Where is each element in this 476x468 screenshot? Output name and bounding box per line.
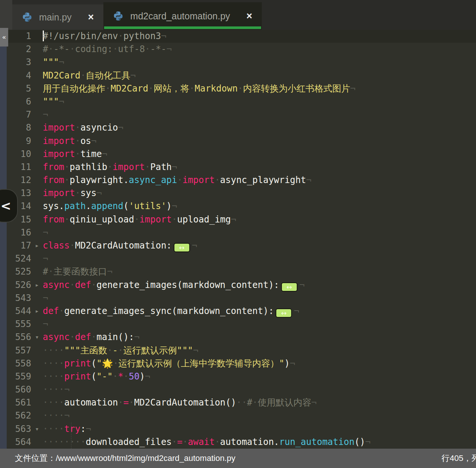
code-text[interactable]: from·pathlib·import·Path¬ — [43, 161, 476, 174]
code-text[interactable]: 用于自动化操作·MD2Card·网站，将·Markdown·内容转换为小红书格式… — [43, 82, 476, 95]
code-line[interactable]: 556▾async·def·main():¬ — [0, 331, 476, 344]
code-text[interactable]: from·playwright.async_api·import·async_p… — [43, 174, 476, 187]
code-text[interactable]: ¬ — [43, 252, 476, 265]
code-text[interactable]: ¬ — [43, 318, 476, 331]
close-icon[interactable]: × — [88, 12, 94, 22]
token: ¬ — [91, 136, 96, 146]
folded-code-marker[interactable]: ↔ — [174, 243, 190, 252]
token: · — [172, 437, 177, 447]
code-line[interactable]: 13import·sys¬ — [0, 187, 476, 200]
code-line[interactable]: 5用于自动化操作·MD2Card·网站，将·Markdown·内容转换为小红书格… — [0, 82, 476, 95]
code-text[interactable]: async·def·main():¬ — [43, 331, 476, 344]
code-text[interactable]: ····print("-"·*·50)¬ — [43, 370, 476, 383]
left-edge-widget[interactable]: « — [0, 28, 8, 47]
code-line[interactable]: 561····automation·=·MD2CardAutomation()·… — [0, 396, 476, 409]
token: · — [145, 44, 150, 54]
code-line[interactable]: 2#·-*-·coding:·utf-8·-*-¬ — [0, 43, 476, 56]
token: ¬ — [365, 437, 370, 447]
fold-gutter — [31, 121, 43, 134]
code-text[interactable]: from·qiniu_upload·import·upload_img¬ — [43, 213, 476, 226]
code-line[interactable]: 9import·os¬ — [0, 135, 476, 148]
token: asyncio — [80, 122, 118, 133]
code-editor[interactable]: 1#!/usr/bin/env·python3¬2#·-*-·coding:·u… — [0, 30, 476, 449]
code-text[interactable]: ····print("🌟·运行默认示例（上海中学数学辅导内容）")¬ — [43, 357, 476, 370]
fold-gutter — [31, 82, 43, 95]
code-line[interactable]: 564········downloaded_files·=·await·auto… — [0, 436, 476, 449]
code-line[interactable]: 562····¬ — [0, 409, 476, 422]
tab-main.py[interactable]: main.py× — [12, 4, 103, 30]
code-line[interactable]: 524¬ — [0, 252, 476, 265]
code-line[interactable]: 555¬ — [0, 318, 476, 331]
token: python3 — [123, 31, 161, 41]
code-line[interactable]: 557····"""主函数·-·运行默认示例"""¬ — [0, 344, 476, 357]
code-line[interactable]: 3"""¬ — [0, 56, 476, 69]
code-line[interactable]: 525#·主要函数接口¬ — [0, 265, 476, 278]
code-line[interactable]: 558····print("🌟·运行默认示例（上海中学数学辅导内容）")¬ — [0, 357, 476, 370]
code-line[interactable]: 543¬ — [0, 292, 476, 305]
code-text[interactable]: async·def·generate_images(markdown_conte… — [43, 279, 476, 292]
code-line[interactable]: 8import·asyncio¬ — [0, 121, 476, 134]
folded-code-marker[interactable]: ↔ — [276, 308, 292, 318]
code-line[interactable]: 11from·pathlib·import·Path¬ — [0, 161, 476, 174]
code-text[interactable]: #·-*-·coding:·utf-8·-*-¬ — [43, 43, 476, 56]
code-line[interactable]: 17▸class·MD2CardAutomation:↔¬ — [0, 239, 476, 252]
code-text[interactable]: #·主要函数接口¬ — [43, 265, 476, 278]
code-text[interactable]: ····try:¬ — [43, 423, 476, 436]
code-text[interactable]: ····¬ — [43, 409, 476, 422]
code-text[interactable]: import·asyncio¬ — [43, 121, 476, 134]
fold-gutter — [31, 200, 43, 213]
fold-arrow-icon[interactable]: ▾ — [31, 331, 43, 344]
token: · — [105, 83, 110, 94]
fold-arrow-icon[interactable]: ▸ — [31, 305, 43, 318]
code-text[interactable]: """¬ — [43, 95, 476, 108]
token: · — [215, 437, 220, 447]
python-icon — [22, 12, 32, 22]
code-text[interactable]: #!/usr/bin/env·python3¬ — [43, 30, 476, 43]
code-line[interactable]: 14sys.path.append('utils')¬ — [0, 200, 476, 213]
code-text[interactable]: ····"""主函数·-·运行默认示例"""¬ — [43, 344, 476, 357]
code-line[interactable]: 559····print("-"·*·50)¬ — [0, 370, 476, 383]
token: "-" — [97, 371, 113, 382]
code-text[interactable]: def·generate_images_sync(markdown_conten… — [43, 305, 476, 318]
token: · — [172, 214, 177, 225]
code-line[interactable]: 12from·playwright.async_api·import·async… — [0, 174, 476, 187]
fold-arrow-icon[interactable]: ▾ — [31, 423, 43, 436]
code-line[interactable]: 544▸def·generate_images_sync(markdown_co… — [0, 305, 476, 318]
fold-arrow-icon[interactable]: ▸ — [31, 279, 43, 292]
code-line[interactable]: 526▸async·def·generate_images(markdown_c… — [0, 279, 476, 292]
code-text[interactable]: ¬ — [43, 108, 476, 121]
token: 'utils' — [129, 201, 166, 211]
token: MD2Card — [43, 70, 80, 81]
token: ¬ — [97, 188, 102, 198]
code-text[interactable]: ····automation·=·MD2CardAutomation()··#·… — [43, 396, 476, 409]
code-line[interactable]: 560····¬ — [0, 383, 476, 396]
code-text[interactable]: import·os¬ — [43, 135, 476, 148]
code-text[interactable]: import·sys¬ — [43, 187, 476, 200]
code-text[interactable]: sys.path.append('utils')¬ — [43, 200, 476, 213]
code-line[interactable]: 15from·qiniu_upload·import·upload_img¬ — [0, 213, 476, 226]
sidebar-collapse-handle[interactable]: < — [0, 189, 18, 222]
code-text[interactable]: import·time¬ — [43, 148, 476, 161]
code-text[interactable]: ¬ — [43, 292, 476, 305]
code-line[interactable]: 4MD2Card·自动化工具¬ — [0, 69, 476, 82]
code-line[interactable]: 7¬ — [0, 108, 476, 121]
fold-arrow-icon[interactable]: ▸ — [31, 239, 43, 252]
token: print — [64, 371, 91, 382]
token: · — [91, 332, 96, 342]
code-text[interactable]: MD2Card·自动化工具¬ — [43, 69, 476, 82]
code-line[interactable]: 6"""¬ — [0, 95, 476, 108]
code-text[interactable]: """¬ — [43, 56, 476, 69]
close-icon[interactable]: × — [247, 11, 253, 21]
code-line[interactable]: 10import·time¬ — [0, 148, 476, 161]
code-text[interactable]: class·MD2CardAutomation:↔¬ — [43, 239, 476, 252]
code-line[interactable]: 16¬ — [0, 226, 476, 239]
token: 运行默认示例（上海中学数学辅导内容）" — [118, 358, 284, 369]
code-text[interactable]: ········downloaded_files·=·await·automat… — [43, 436, 476, 449]
code-line[interactable]: 1#!/usr/bin/env·python3¬ — [0, 30, 476, 43]
code-text[interactable]: ¬ — [43, 226, 476, 239]
code-line[interactable]: 563▾····try:¬ — [0, 423, 476, 436]
folded-code-marker[interactable]: ↔ — [281, 282, 298, 292]
token: downloaded_files — [86, 437, 172, 447]
tab-md2card_automation.py[interactable]: md2card_automation.py× — [103, 2, 262, 30]
code-text[interactable]: ····¬ — [43, 383, 476, 396]
